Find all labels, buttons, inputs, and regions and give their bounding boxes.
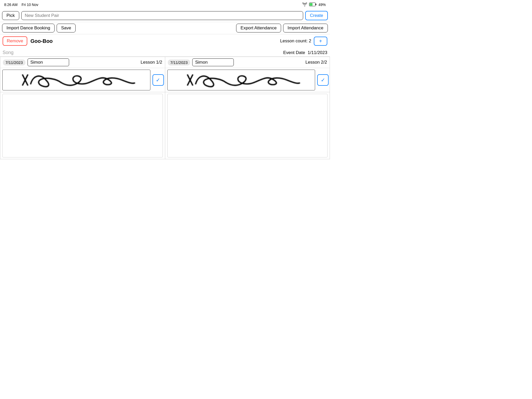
add-lesson-button[interactable]: +	[314, 37, 327, 46]
meta-row: Song Event Date 1/11/2023	[0, 49, 330, 57]
svg-rect-1	[315, 4, 316, 5]
pick-button[interactable]: Pick	[2, 11, 19, 20]
event-date-label: Event Date	[283, 50, 305, 55]
status-time: 8:26 AM	[4, 3, 17, 7]
export-attendance-button[interactable]: Export Attendance	[236, 24, 281, 32]
lesson-1-date: 7/11/2023	[3, 59, 25, 65]
student-header: Remove Goo-Boo Lesson count: 2 +	[3, 36, 327, 46]
toolbar-row-2: Import Dance Booking Save Export Attenda…	[0, 22, 330, 34]
event-date-value: 1/11/2023	[308, 50, 327, 55]
student-name: Goo-Boo	[30, 38, 53, 44]
import-dance-booking-button[interactable]: Import Dance Booking	[2, 24, 55, 32]
lesson-2-signature-svg	[168, 70, 315, 90]
lesson-2-note-box[interactable]	[167, 94, 328, 157]
lesson-1-note-box[interactable]	[2, 94, 163, 157]
lesson-1-signature-box	[2, 70, 150, 90]
new-student-pair-input[interactable]	[21, 11, 303, 20]
lesson-1-signature-svg	[3, 70, 150, 90]
status-bar: 8:26 AM Fri 10 Nov 49%	[0, 0, 330, 9]
student-section: Remove Goo-Boo Lesson count: 2 +	[0, 34, 330, 49]
lesson-2-header-row: 7/11/2023 Lesson 2/2	[165, 57, 330, 68]
svg-rect-2	[310, 3, 312, 6]
lesson-2-date: 7/11/2023	[168, 59, 190, 65]
student-header-right: Lesson count: 2 +	[280, 37, 327, 46]
lesson-2-checkmark: ✓	[321, 77, 325, 83]
student-header-left: Remove Goo-Boo	[3, 36, 53, 46]
lessons-container: 7/11/2023 Lesson 1/2	[0, 57, 330, 159]
lesson-2-panel: 7/11/2023 Lesson 2/2	[165, 57, 330, 159]
import-attendance-button[interactable]: Import Attendance	[283, 24, 328, 32]
lesson-1-signature-row: ✓	[0, 68, 165, 92]
status-date: Fri 10 Nov	[22, 3, 38, 7]
create-button[interactable]: Create	[305, 11, 328, 20]
battery-percentage: 49%	[318, 3, 326, 7]
event-date-area: Event Date 1/11/2023	[283, 50, 327, 55]
battery-icon	[309, 3, 316, 7]
lesson-2-signature-row: ✓	[165, 68, 330, 92]
lesson-2-label: Lesson 2/2	[305, 60, 327, 65]
status-time-date: 8:26 AM Fri 10 Nov	[4, 3, 38, 7]
lesson-2-signature-box	[167, 70, 315, 90]
save-button[interactable]: Save	[57, 24, 76, 32]
lesson-1-header-row: 7/11/2023 Lesson 1/2	[0, 57, 165, 68]
lesson-count-label: Lesson count: 2	[280, 38, 311, 44]
song-label: Song	[3, 50, 14, 55]
toolbar-row-1: Pick Create	[0, 9, 330, 22]
lesson-2-teacher-input[interactable]	[192, 58, 234, 66]
status-right: 49%	[302, 3, 326, 7]
lessons-header-area: 7/11/2023 Lesson 1/2	[0, 57, 330, 159]
lesson-1-panel: 7/11/2023 Lesson 1/2	[0, 57, 165, 159]
wifi-icon	[302, 3, 307, 7]
lesson-2-check-button[interactable]: ✓	[317, 74, 329, 86]
lesson-1-label: Lesson 1/2	[141, 60, 162, 65]
lesson-1-check-button[interactable]: ✓	[152, 74, 164, 86]
lesson-1-checkmark: ✓	[156, 77, 160, 83]
lesson-1-teacher-input[interactable]	[28, 58, 69, 66]
remove-button[interactable]: Remove	[3, 36, 27, 46]
